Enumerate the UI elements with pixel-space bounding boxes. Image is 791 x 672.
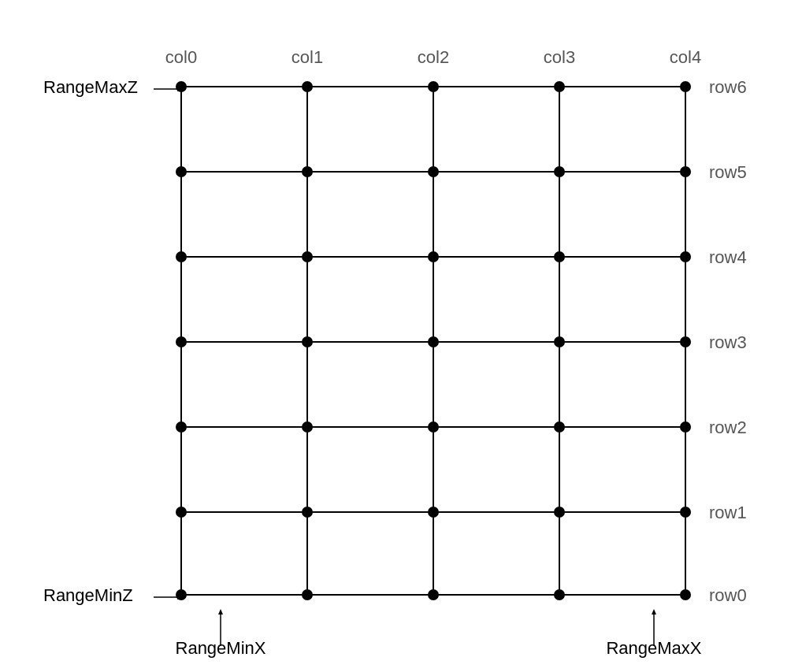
svg-point-22 xyxy=(176,251,187,262)
col-header-1: col1 xyxy=(292,47,323,67)
svg-point-16 xyxy=(680,81,691,92)
svg-point-21 xyxy=(680,166,691,177)
svg-point-19 xyxy=(428,166,439,177)
svg-point-24 xyxy=(428,251,439,262)
range-min-z-label: RangeMinZ xyxy=(43,585,133,605)
svg-point-36 xyxy=(680,421,691,433)
svg-point-39 xyxy=(428,507,439,518)
svg-point-20 xyxy=(554,166,565,177)
svg-point-30 xyxy=(554,336,565,347)
svg-point-15 xyxy=(554,81,565,92)
col-header-2: col2 xyxy=(418,47,449,67)
svg-point-38 xyxy=(302,507,313,518)
svg-point-28 xyxy=(302,336,313,347)
svg-point-26 xyxy=(680,251,691,262)
svg-point-17 xyxy=(176,166,187,177)
svg-point-29 xyxy=(428,336,439,347)
svg-point-13 xyxy=(302,81,313,92)
row-label-3: row3 xyxy=(709,332,747,352)
svg-point-37 xyxy=(176,507,187,518)
svg-point-25 xyxy=(554,251,565,262)
svg-point-18 xyxy=(302,166,313,177)
svg-point-14 xyxy=(428,81,439,92)
row-label-1: row1 xyxy=(709,503,747,522)
svg-point-27 xyxy=(176,336,187,347)
svg-point-23 xyxy=(302,251,313,262)
row-label-5: row5 xyxy=(709,162,747,182)
grid-diagram: col0 col1 col2 col3 col4 row6 row5 row4 … xyxy=(0,0,791,672)
svg-point-32 xyxy=(176,421,187,433)
svg-point-33 xyxy=(302,421,313,433)
svg-point-41 xyxy=(680,507,691,518)
svg-point-40 xyxy=(554,507,565,518)
svg-point-43 xyxy=(302,589,313,600)
row-label-4: row4 xyxy=(709,247,747,267)
row-label-2: row2 xyxy=(709,418,747,437)
col-header-4: col4 xyxy=(670,47,701,67)
svg-point-45 xyxy=(554,589,565,600)
svg-point-31 xyxy=(680,336,691,347)
col-header-0: col0 xyxy=(165,47,197,67)
svg-marker-52 xyxy=(218,609,223,614)
range-max-z-label: RangeMaxZ xyxy=(43,77,138,97)
svg-point-34 xyxy=(428,421,439,433)
col-header-3: col3 xyxy=(544,47,575,67)
svg-marker-54 xyxy=(652,609,656,614)
row-label-6: row6 xyxy=(709,77,747,97)
svg-point-35 xyxy=(554,421,565,433)
svg-point-46 xyxy=(680,589,691,600)
row-label-0: row0 xyxy=(709,585,747,605)
svg-point-44 xyxy=(428,589,439,600)
